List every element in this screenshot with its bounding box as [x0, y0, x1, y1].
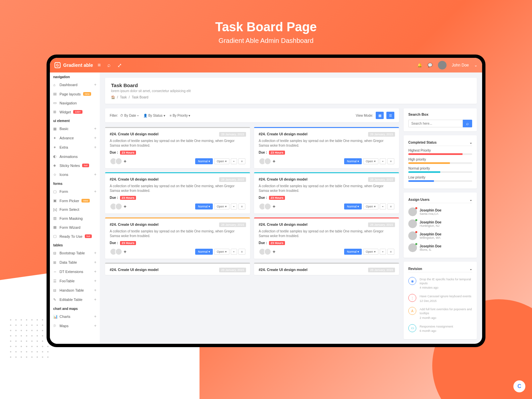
- add-user-button[interactable]: +: [273, 159, 275, 164]
- view-grid-button[interactable]: ▦: [376, 112, 384, 119]
- menu-button[interactable]: ≡: [238, 249, 245, 255]
- chevron-down-icon[interactable]: ⌄: [469, 267, 472, 271]
- add-user-button[interactable]: +: [124, 159, 126, 164]
- revision-row[interactable]: ▭Responsive Asssignment6 month ago: [408, 322, 472, 335]
- user-name[interactable]: John Doe: [452, 63, 469, 67]
- nav-sticky-notes[interactable]: ◈Sticky Noteshot: [50, 161, 100, 170]
- nav-handson-table[interactable]: ⊟Handson Table+: [50, 286, 100, 295]
- more-button[interactable]: ▪: [380, 203, 386, 209]
- chat-icon[interactable]: 💬: [428, 63, 433, 67]
- add-user-button[interactable]: +: [124, 249, 126, 254]
- menu-button[interactable]: ≡: [387, 158, 394, 164]
- priority-dropdown[interactable]: Normal ▾: [195, 158, 213, 164]
- more-button[interactable]: ▪: [231, 203, 237, 209]
- add-user-button[interactable]: +: [273, 204, 275, 209]
- add-user-button[interactable]: +: [124, 204, 126, 209]
- nav-ready-to-use[interactable]: ▢Ready To Usehot: [50, 232, 100, 241]
- status-dropdown[interactable]: Open ▾: [214, 203, 229, 209]
- nav-form-wizard[interactable]: ▦Form Wizard: [50, 223, 100, 232]
- avatar[interactable]: [438, 61, 447, 69]
- filter-by-priority[interactable]: ≡ By Priority ▾: [170, 114, 191, 117]
- priority-dropdown[interactable]: Normal ▾: [195, 249, 213, 255]
- revision-row[interactable]: AAdd full font overrides for popovers an…: [408, 305, 472, 322]
- nav-page-layouts[interactable]: ▤Page layoutsnew: [50, 89, 100, 98]
- add-user-button[interactable]: +: [273, 249, 275, 254]
- avatar[interactable]: [264, 248, 271, 255]
- nav-icons[interactable]: ☆Icons+: [50, 170, 100, 179]
- menu-button[interactable]: ≡: [238, 158, 245, 164]
- priority-dropdown[interactable]: Normal ▾: [344, 249, 362, 255]
- user-row[interactable]: Josephin DoeSanta Ana,CA: [408, 206, 472, 218]
- nav-charts[interactable]: 📊Charts+: [50, 312, 100, 321]
- user-row[interactable]: Josephin DoeHuntington, NJ: [408, 218, 472, 230]
- home-icon[interactable]: 🏠: [111, 95, 115, 99]
- more-button[interactable]: ▪: [231, 158, 237, 164]
- page-title: Task Board: [111, 82, 471, 88]
- avatar[interactable]: [115, 158, 122, 165]
- priority-dropdown[interactable]: Normal ▾: [344, 203, 362, 209]
- status-dropdown[interactable]: Open ▾: [214, 158, 229, 164]
- crumb-task[interactable]: Task: [120, 95, 127, 99]
- search-button[interactable]: ⌕: [463, 120, 472, 127]
- view-list-button[interactable]: ☰: [386, 112, 394, 119]
- nav-editable-table[interactable]: ✎Editable Table+: [50, 295, 100, 304]
- task-due: Due : 23 Hours: [110, 151, 245, 154]
- home-icon: ⌂: [53, 83, 57, 87]
- priority-dropdown[interactable]: Normal ▾: [195, 203, 213, 209]
- status-dropdown[interactable]: Open ▾: [214, 249, 229, 255]
- nav-advance[interactable]: ✦Advance+: [50, 133, 100, 143]
- avatar[interactable]: [115, 248, 122, 255]
- search-icon[interactable]: ⌕: [107, 62, 111, 68]
- menu-icon[interactable]: ≡: [97, 62, 100, 68]
- page-header: Task Board lorem ipsum dolor sit amet, c…: [105, 78, 477, 104]
- nav-form-masking[interactable]: ▥Form Masking: [50, 214, 100, 223]
- search-title: Search Box: [408, 112, 472, 116]
- task-date: 28 January, 2015: [368, 132, 395, 137]
- nav-data-table[interactable]: ⊞Data Table+: [50, 258, 100, 267]
- menu-button[interactable]: ≡: [387, 249, 394, 255]
- menu-button[interactable]: ≡: [387, 203, 394, 209]
- clock-icon: ◉: [408, 277, 416, 285]
- chevron-down-icon[interactable]: ⌄: [469, 141, 472, 144]
- avatar[interactable]: [264, 203, 271, 210]
- more-button[interactable]: ▪: [380, 158, 386, 164]
- nav-dt-extensions[interactable]: ↔DT Extensions+: [50, 267, 100, 276]
- menu-button[interactable]: ≡: [238, 203, 245, 209]
- nav-form-select[interactable]: [s]Form Select: [50, 205, 100, 214]
- user-row[interactable]: Josephin DoeIllions, IL: [408, 242, 472, 254]
- avatar[interactable]: [115, 203, 122, 210]
- nav-maps[interactable]: ⚐Maps+: [50, 321, 100, 331]
- nav-form-picker[interactable]: ▣Form Pickernew: [50, 196, 100, 205]
- more-button[interactable]: ▪: [231, 249, 237, 255]
- chevron-down-icon[interactable]: ⌄: [469, 198, 472, 201]
- nav-basic[interactable]: ▦Basic+: [50, 124, 100, 133]
- user-row[interactable]: Josephin DoeWillingston, WA: [408, 230, 472, 242]
- avatar[interactable]: [264, 158, 271, 165]
- nav-extra[interactable]: ✶Extra+: [50, 143, 100, 152]
- status-dropdown[interactable]: Open ▾: [363, 203, 378, 209]
- filter-by-date[interactable]: ⏱ By Date ▾: [120, 114, 139, 117]
- chevron-down-icon[interactable]: ⌄: [474, 63, 477, 67]
- more-button[interactable]: ▪: [380, 249, 386, 255]
- filter-by-status[interactable]: 👤 By Status ▾: [143, 114, 165, 117]
- task-due: Due : 23 Hours: [110, 196, 245, 200]
- chart-icon: 📊: [53, 315, 57, 319]
- priority-dropdown[interactable]: Normal ▾: [344, 158, 362, 164]
- brand[interactable]: G Gradient able: [55, 62, 93, 68]
- hero-header: Task Board Page Gradient Able Admin Dash…: [0, 0, 532, 55]
- bell-icon[interactable]: 🔔: [417, 63, 422, 67]
- revision-row[interactable]: ◉Drop the IE specific hacks for temporal…: [408, 275, 472, 292]
- nav-form[interactable]: ▢Form+: [50, 187, 100, 196]
- nav-footable[interactable]: ☰FooTable+: [50, 276, 100, 286]
- nav-widget[interactable]: ⊞Widget100+: [50, 107, 100, 116]
- status-dropdown[interactable]: Open ▾: [363, 249, 378, 255]
- search-input[interactable]: [408, 120, 463, 127]
- nav-animations[interactable]: ◐Animations: [50, 152, 100, 161]
- nav-navigation[interactable]: ▭Navigation: [50, 98, 100, 107]
- fullscreen-icon[interactable]: ⤢: [117, 62, 122, 68]
- nav-bootstrap-table[interactable]: ⊟Bootstrap Table+: [50, 248, 100, 258]
- status-dropdown[interactable]: Open ▾: [363, 158, 378, 164]
- revision-row[interactable]: ⋮Have Carousel ignore keyboard events12 …: [408, 292, 472, 305]
- filter-bar: Filter: ⏱ By Date ▾ 👤 By Status ▾ ≡ By P…: [105, 108, 399, 122]
- nav-dashboard[interactable]: ⌂Dashboard+: [50, 80, 100, 89]
